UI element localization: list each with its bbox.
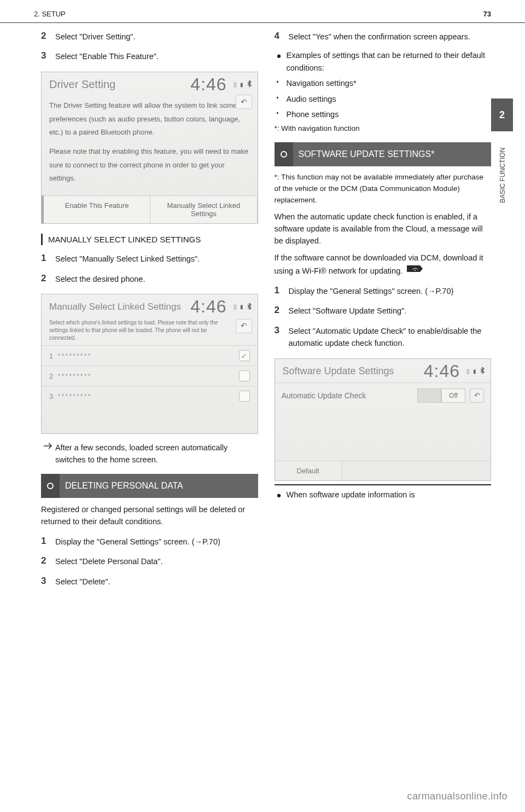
step-text-2: Select "Driver Setting".	[55, 31, 258, 43]
checkbox-empty-icon	[239, 391, 250, 402]
b-step-1-num: 1	[41, 536, 55, 548]
signal-icon: ▯	[234, 82, 237, 88]
ui2-back-button[interactable]: ↶	[236, 319, 252, 333]
ui1-manual-button[interactable]: Manually Select Linked Settings	[150, 195, 257, 223]
ui1-clock: 4:46	[190, 74, 226, 95]
r-step-4-num: 4	[275, 31, 289, 43]
footer-watermark: carmanualsonline.info	[407, 791, 508, 802]
c-step-3-text: Select "Automatic Update Check" to enabl…	[289, 325, 492, 350]
c-step-1-num: 1	[275, 285, 289, 297]
c-after-text: When software update information is	[287, 489, 492, 501]
page-header: 2. SETUP 73	[0, 0, 525, 23]
checkbox-empty-icon	[239, 370, 250, 381]
bullet-audio: Audio settings	[287, 93, 492, 105]
b-step-3-text: Select "Delete".	[55, 576, 258, 588]
ui1-body-text-1: The Driver Setting feature will allow th…	[49, 99, 250, 140]
arrow-icon	[43, 442, 55, 466]
ui2-phone-row-1[interactable]: 1 ********* ✓	[42, 345, 258, 366]
sub-bullet-icon: •	[277, 93, 287, 105]
b-step-3-num: 3	[41, 576, 55, 588]
battery-icon: ▮	[473, 368, 476, 374]
sub-a-step-2-text: Select the desired phone.	[55, 273, 258, 285]
sub-a-step-1-text: Select "Manually Select Linked Settings"…	[55, 253, 258, 265]
chapter-side-label: BASIC FUNCTION	[499, 142, 515, 208]
bluetooth-icon	[247, 80, 252, 88]
toggle-off-label: Off	[441, 388, 465, 403]
delete-data-para: Registered or changed personal settings …	[41, 503, 258, 528]
bullet-footnote: *: With navigation function	[275, 123, 492, 135]
screenshot-software-update-settings: Software Update Settings 4:46 ▯ ▮ Automa…	[275, 358, 492, 481]
heading-bullet-icon	[281, 151, 287, 158]
battery-icon: ▮	[240, 304, 243, 310]
bullet-icon: ●	[277, 489, 287, 501]
ui3-row-label: Automatic Update Check	[282, 391, 418, 400]
ui2-title: Manually Select Linked Settings	[49, 301, 190, 312]
right-column: 4 Select "Yes" when the confirmation scr…	[275, 23, 492, 588]
bluetooth-icon	[480, 367, 485, 375]
ui2-status-icons: ▯ ▮	[234, 303, 252, 311]
heading-software-update: SOFTWARE UPDATE SETTINGS*	[275, 142, 492, 166]
ui3-title: Software Update Settings	[283, 366, 424, 377]
screenshot-manual-select: Manually Select Linked Settings 4:46 ▯ ▮…	[41, 294, 258, 434]
ui1-enable-button[interactable]: Enable This Feature	[42, 195, 150, 223]
ui2-subtext: Select which phone's linked settings to …	[49, 320, 218, 341]
heading-delete-personal-data: DELETING PERSONAL DATA	[41, 474, 258, 498]
r-step-4-text: Select "Yes" when the confirmation scree…	[289, 31, 492, 43]
software-update-para-1: When the automatic update check function…	[275, 211, 492, 247]
sub-bullet-icon: •	[277, 108, 287, 120]
ui2-phone-row-2[interactable]: 2 *********	[42, 366, 258, 386]
bluetooth-icon	[247, 303, 252, 311]
wifi-signpost-icon	[407, 264, 423, 274]
ui3-back-button[interactable]: ↶	[470, 388, 484, 403]
header-section-left: 2. SETUP	[34, 10, 66, 18]
signal-icon: ▯	[466, 368, 470, 374]
c-step-3-num: 3	[275, 325, 289, 350]
battery-icon: ▮	[240, 82, 243, 88]
step-number-3: 3	[41, 50, 55, 62]
ui1-body-text-2: Please note that by enabling this featur…	[49, 145, 250, 185]
ui3-status-icons: ▯ ▮	[466, 367, 485, 375]
step-number-2: 2	[41, 31, 55, 43]
sub-a-step-2-num: 2	[41, 273, 55, 285]
ui1-title: Driver Setting	[49, 78, 190, 91]
software-update-para-2: If the software cannot be downloaded via…	[275, 252, 492, 277]
sub-a-after-text: After a few seconds, loaded screen autom…	[55, 442, 258, 466]
chapter-side-tab: 2	[491, 98, 513, 131]
subhead-manual-select: MANUALLY SELECT LINKED SETTINGS	[41, 234, 258, 245]
svg-point-0	[415, 270, 416, 271]
ui3-toggle[interactable]: Off	[417, 388, 465, 403]
b-step-1-text: Display the "General Settings" screen. (…	[55, 536, 258, 548]
checkbox-checked-icon: ✓	[239, 350, 250, 361]
bullet-phone: Phone settings	[287, 108, 492, 120]
sub-a-step-1-num: 1	[41, 253, 55, 265]
bullet-icon: ●	[277, 49, 287, 74]
software-update-note: *: This function may not be available im…	[275, 172, 492, 206]
sub-bullet-icon: •	[277, 77, 287, 89]
b-step-2-text: Select "Delete Personal Data".	[55, 555, 258, 567]
toggle-left-icon	[417, 388, 441, 403]
heading-bullet-icon	[47, 483, 54, 489]
bullet-intro: Examples of settings that can be returne…	[287, 49, 492, 74]
page-number: 73	[483, 10, 491, 18]
c-step-1-text: Display the "General Settings" screen. (…	[289, 285, 492, 297]
c-step-2-text: Select "Software Update Setting".	[289, 305, 492, 317]
screenshot-driver-setting: Driver Setting 4:46 ▯ ▮ ↶ The Driver Set…	[41, 72, 258, 224]
ui2-phone-row-3[interactable]: 3 *********	[42, 386, 258, 406]
b-step-2-num: 2	[41, 555, 55, 567]
left-column: 2 Select "Driver Setting". 3 Select "Ena…	[41, 23, 258, 588]
ui1-back-button[interactable]: ↶	[236, 95, 252, 109]
ui3-default-button[interactable]: Default	[275, 461, 342, 480]
ui3-clock: 4:46	[424, 361, 460, 381]
step-text-3: Select "Enable This Feature".	[55, 50, 258, 62]
ui1-status-icons: ▯ ▮	[234, 80, 252, 88]
signal-icon: ▯	[234, 304, 237, 310]
bullet-nav: Navigation settings*	[287, 77, 492, 89]
c-step-2-num: 2	[275, 305, 289, 317]
ui2-clock: 4:46	[190, 297, 226, 317]
